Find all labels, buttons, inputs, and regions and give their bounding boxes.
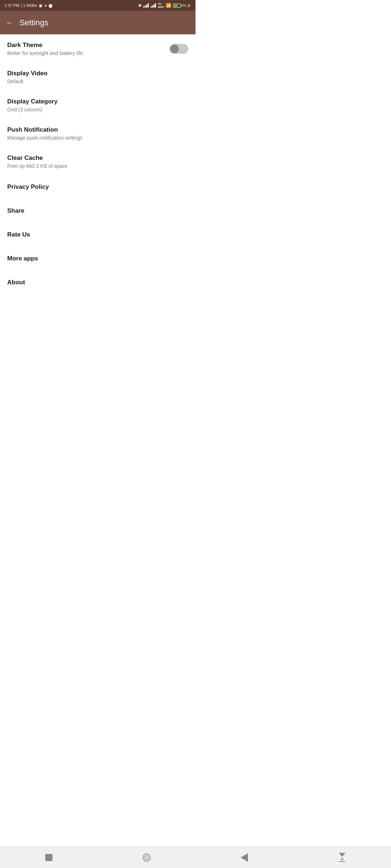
settings-item-privacy-policy[interactable]: Privacy Policy — [0, 175, 196, 199]
bluetooth-icon: ✱ — [138, 3, 142, 8]
battery-fill — [174, 4, 178, 7]
dark-theme-toggle-container[interactable] — [169, 44, 188, 54]
settings-item-share[interactable]: Share — [0, 199, 196, 223]
settings-item-more-apps[interactable]: More apps — [0, 247, 196, 271]
dark-theme-title: Dark Theme — [7, 42, 169, 49]
display-category-subtitle: Grid (3 column) — [7, 107, 188, 112]
charging-icon: ⚡ — [187, 4, 191, 8]
more-apps-title: More apps — [7, 255, 188, 262]
settings-item-about[interactable]: About — [0, 271, 196, 295]
location-icon: ➤ — [44, 4, 47, 8]
status-separator: | — [21, 3, 22, 8]
rate-us-title: Rate Us — [7, 231, 188, 238]
dark-theme-toggle[interactable] — [169, 44, 188, 54]
status-bar: 1:37 PM | 1.6KB/s ⏰ ➤ ⬤ ✱ VoWiFi 📶 62 ⚡ — [0, 0, 196, 11]
dark-theme-content: Dark Theme Better for eyesight and batte… — [7, 42, 169, 56]
alarm-icon: ⏰ — [38, 4, 43, 8]
toggle-thumb — [170, 44, 179, 53]
back-button[interactable]: ← — [6, 18, 14, 27]
display-video-subtitle: Default — [7, 78, 188, 84]
status-time: 1:37 PM — [4, 3, 19, 8]
privacy-policy-title: Privacy Policy — [7, 183, 188, 191]
about-title: About — [7, 279, 188, 286]
push-notification-title: Push Notification — [7, 126, 188, 133]
settings-item-dark-theme[interactable]: Dark Theme Better for eyesight and batte… — [0, 34, 196, 63]
settings-item-push-notification[interactable]: Push Notification Manage push notificati… — [0, 119, 196, 147]
battery-indicator: 62 ⚡ — [173, 4, 191, 8]
signal-bars-2 — [151, 3, 156, 8]
settings-item-display-category[interactable]: Display Category Grid (3 column) — [0, 91, 196, 119]
share-title: Share — [7, 207, 188, 214]
signal-bars-1 — [143, 3, 149, 8]
dark-theme-subtitle: Better for eyesight and battery life — [7, 50, 169, 56]
clear-cache-title: Clear Cache — [7, 154, 188, 162]
settings-item-rate-us[interactable]: Rate Us — [0, 223, 196, 247]
settings-item-display-video[interactable]: Display Video Default — [0, 63, 196, 91]
page-title: Settings — [20, 18, 49, 27]
circle-icon: ⬤ — [49, 4, 52, 8]
toolbar: ← Settings — [0, 11, 196, 34]
display-video-title: Display Video — [7, 70, 188, 77]
battery-percent: 62 — [183, 4, 186, 7]
settings-list: Dark Theme Better for eyesight and batte… — [0, 34, 196, 295]
push-notification-subtitle: Manage push notification settings — [7, 135, 188, 141]
status-speed: 1.6KB/s — [23, 3, 37, 8]
wifi-icon: 📶 — [166, 3, 171, 8]
status-right: ✱ VoWiFi 📶 62 ⚡ — [138, 2, 191, 9]
status-left: 1:37 PM | 1.6KB/s ⏰ ➤ ⬤ — [4, 3, 52, 8]
settings-item-clear-cache[interactable]: Clear Cache Free up 640.3 KB of space — [0, 147, 196, 175]
clear-cache-subtitle: Free up 640.3 KB of space — [7, 163, 188, 169]
display-category-title: Display Category — [7, 98, 188, 105]
vowifi-icon: VoWiFi — [158, 2, 164, 9]
